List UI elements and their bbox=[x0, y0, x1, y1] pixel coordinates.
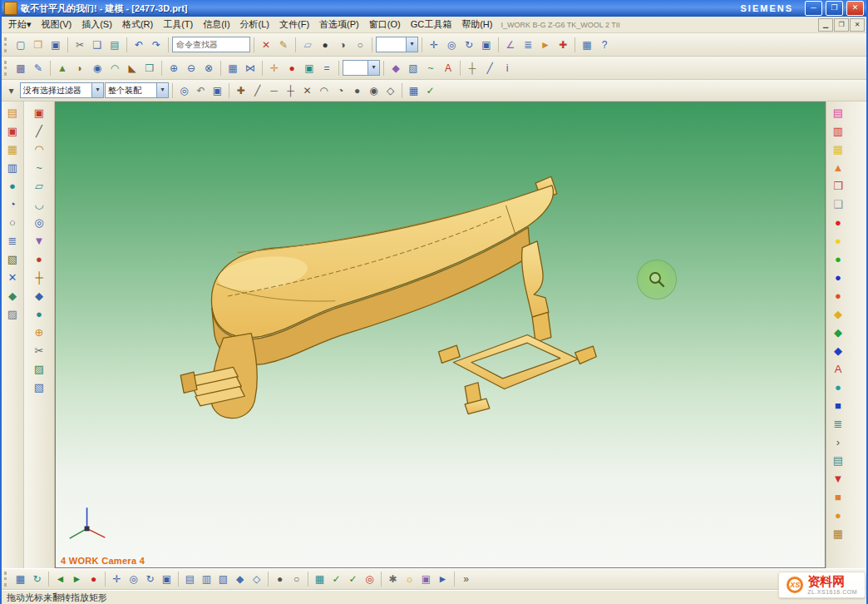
selection-filter-dropdown[interactable]: 没有选择过滤器▾ bbox=[20, 82, 104, 98]
clock-icon[interactable]: ○ bbox=[4, 215, 21, 231]
arc-tool-icon[interactable]: ◠ bbox=[31, 141, 47, 158]
open-icon[interactable]: ❐ bbox=[30, 37, 47, 53]
notes-icon[interactable]: ≣ bbox=[4, 233, 21, 250]
synchronous-modeling-icon[interactable]: ▣ bbox=[301, 60, 318, 77]
palette-icon[interactable]: ▧ bbox=[4, 251, 21, 268]
chamfer-icon[interactable]: ◣ bbox=[124, 60, 141, 77]
target-icon[interactable]: ◎ bbox=[362, 572, 377, 587]
menu-item[interactable]: GC工具箱 bbox=[406, 17, 457, 32]
top-view-icon[interactable]: ▥ bbox=[199, 572, 215, 587]
project-curve-icon[interactable]: ▼ bbox=[31, 233, 47, 250]
undo-icon[interactable]: ↶ bbox=[131, 37, 147, 53]
edge-blend-icon[interactable]: ◠ bbox=[106, 60, 123, 77]
end-point-icon[interactable]: ╱ bbox=[249, 83, 265, 98]
menu-item[interactable]: 信息(I) bbox=[198, 17, 234, 32]
system-materials-icon[interactable]: ▨ bbox=[4, 306, 21, 323]
control-point-icon[interactable]: ┼ bbox=[283, 83, 298, 98]
menu-item[interactable]: 首选项(P) bbox=[314, 17, 364, 32]
partially-shaded-icon[interactable]: ◑ bbox=[334, 37, 351, 53]
gear-icon[interactable]: ✱ bbox=[385, 572, 401, 587]
forward-icon[interactable]: ► bbox=[69, 572, 85, 587]
existing-point-icon[interactable]: ● bbox=[349, 83, 365, 98]
sketch-in-task-icon[interactable]: ✎ bbox=[30, 60, 47, 77]
scene-icon[interactable]: ❑ bbox=[830, 196, 846, 213]
more-commands-icon[interactable]: » bbox=[458, 572, 474, 587]
color-red-icon[interactable]: ● bbox=[830, 215, 846, 231]
toolbar-grip[interactable] bbox=[4, 572, 9, 587]
menu-item[interactable]: 分析(L) bbox=[235, 17, 274, 32]
chevron-right-icon[interactable]: › bbox=[830, 434, 846, 451]
datum-plane-icon[interactable]: ▱ bbox=[299, 37, 316, 53]
menu-item[interactable]: 插入(S) bbox=[76, 17, 117, 32]
history-icon[interactable]: ◔ bbox=[4, 196, 21, 213]
point-tool-icon[interactable]: ▣ bbox=[31, 105, 47, 121]
toolbar-grip[interactable] bbox=[4, 61, 9, 76]
record-icon[interactable]: ● bbox=[284, 60, 300, 77]
sphere-tool-icon[interactable]: ● bbox=[31, 306, 47, 323]
close-panel-icon[interactable]: ✕ bbox=[4, 270, 21, 286]
front-view-icon[interactable]: ▤ bbox=[182, 572, 198, 587]
cube-blue-icon[interactable]: ◆ bbox=[830, 343, 846, 359]
refresh-icon[interactable]: ↻ bbox=[29, 572, 45, 587]
text-icon[interactable]: A bbox=[440, 60, 456, 77]
subtract-icon[interactable]: ⊖ bbox=[183, 60, 200, 77]
menu-item[interactable]: 视图(V) bbox=[37, 17, 77, 32]
minimize-button[interactable]: ─ bbox=[805, 1, 822, 16]
layers-teal-icon[interactable]: ≣ bbox=[830, 416, 846, 433]
save-icon[interactable]: ▣ bbox=[47, 37, 64, 53]
model-frame[interactable] bbox=[453, 335, 578, 389]
decal-icon[interactable]: ▲ bbox=[830, 160, 846, 176]
part-navigator-icon[interactable]: ▦ bbox=[4, 141, 21, 158]
datum-csys-icon[interactable]: ┼ bbox=[31, 270, 47, 286]
dot-grid-icon[interactable]: ▦ bbox=[830, 526, 846, 542]
view-dropdown[interactable]: ▾ bbox=[376, 37, 418, 52]
model-frame-stub-right[interactable] bbox=[575, 346, 597, 364]
fit-bottom-icon[interactable]: ▣ bbox=[159, 572, 175, 587]
constraint-navigator-icon[interactable]: ▣ bbox=[4, 123, 21, 140]
operation-navigator-icon[interactable]: ▥ bbox=[4, 160, 21, 176]
stack-icon[interactable]: ▤ bbox=[830, 453, 846, 469]
wireframe-bottom-icon[interactable]: ○ bbox=[289, 572, 304, 587]
curve-icon[interactable]: ~ bbox=[422, 60, 439, 77]
check-first-icon[interactable]: ✓ bbox=[328, 572, 344, 587]
copy-icon[interactable]: ❑ bbox=[89, 37, 106, 53]
rotate-bottom-icon[interactable]: ↻ bbox=[142, 572, 158, 587]
text-style-icon[interactable]: A bbox=[830, 361, 846, 378]
intersect-icon[interactable]: ⊗ bbox=[200, 60, 217, 77]
thicken-tool-icon[interactable]: ▧ bbox=[31, 379, 47, 396]
move-object-icon[interactable]: ► bbox=[537, 37, 554, 53]
title-bar[interactable]: 敬不甘平凡的我们! - 建模 - [2477-3D.prt] SIEMENS ─… bbox=[2, 0, 866, 17]
pan-icon[interactable]: ✛ bbox=[426, 37, 442, 53]
model-arm-connector[interactable] bbox=[532, 312, 551, 342]
pattern-feature-icon[interactable]: ▦ bbox=[224, 60, 241, 77]
model-frame-stub-left[interactable] bbox=[439, 345, 461, 363]
boolean-tool-icon[interactable]: ⊕ bbox=[31, 324, 47, 341]
revolve-icon[interactable]: ◗ bbox=[72, 60, 88, 77]
flag-icon[interactable]: ▼ bbox=[830, 471, 846, 488]
redo-icon[interactable]: ↷ bbox=[148, 37, 165, 53]
select-all-icon[interactable]: ▣ bbox=[210, 83, 225, 98]
close-button[interactable]: ✕ bbox=[846, 1, 864, 16]
hole-icon[interactable]: ◉ bbox=[89, 60, 106, 77]
color-yellow-icon[interactable]: ● bbox=[830, 233, 846, 250]
render-style-icon[interactable]: ▥ bbox=[830, 123, 846, 140]
model-arm[interactable] bbox=[522, 241, 549, 317]
intersection-point-icon[interactable]: ✕ bbox=[299, 83, 315, 98]
rotate-view-icon[interactable]: ↻ bbox=[461, 37, 477, 53]
edit-move-icon[interactable]: ✛ bbox=[266, 60, 283, 77]
type-filter-icon[interactable]: ▾ bbox=[3, 83, 19, 98]
check-second-icon[interactable]: ✓ bbox=[345, 572, 361, 587]
previous-selection-icon[interactable]: ↶ bbox=[193, 83, 209, 98]
line-tool-icon[interactable]: ╱ bbox=[31, 123, 47, 140]
graphics-viewport[interactable]: 4 WORK Camera 4 bbox=[55, 101, 826, 568]
display-mode-icon[interactable]: ▤ bbox=[830, 105, 846, 121]
paste-icon[interactable]: ▤ bbox=[106, 37, 123, 53]
ball-orange-icon[interactable]: ● bbox=[830, 507, 846, 524]
movie-icon[interactable]: ► bbox=[435, 572, 451, 587]
trimetric-view-icon[interactable]: ◇ bbox=[249, 572, 264, 587]
highlight-icon[interactable]: ◎ bbox=[176, 83, 192, 98]
wcs-triad[interactable] bbox=[70, 507, 105, 538]
spline-tool-icon[interactable]: ~ bbox=[31, 160, 47, 176]
point-on-face-icon[interactable]: ◇ bbox=[382, 83, 398, 98]
grid-snap-icon[interactable]: ▦ bbox=[406, 83, 422, 98]
